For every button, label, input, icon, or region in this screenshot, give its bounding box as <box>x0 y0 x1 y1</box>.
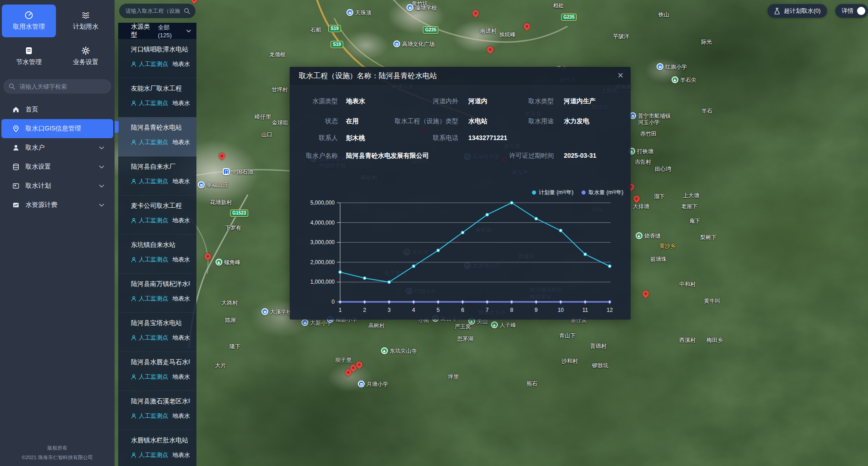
station-list-item[interactable]: 友能水厂取水工程 人工监测点 地表水 <box>118 78 196 117</box>
water-source-type: 地表水 <box>172 412 190 420</box>
map-poi-label: 月塘小学 <box>366 381 388 387</box>
map-label: 黄牛叫 <box>704 298 720 305</box>
person-icon <box>131 61 136 67</box>
station-name: 陆河县宝塔水电站 <box>131 319 190 327</box>
sidebar-search-input[interactable] <box>19 83 106 90</box>
map-poi[interactable]: 月塘小学 <box>358 381 388 387</box>
person-icon <box>131 413 136 419</box>
search-icon <box>9 83 15 90</box>
station-name: 陆河县南万镇杞洋水电站 <box>131 280 190 288</box>
collapse-panel-button[interactable] <box>115 121 119 133</box>
map-poi[interactable]: 大溪学校 <box>261 308 292 315</box>
poi-nature-icon <box>216 259 222 266</box>
station-list-item[interactable]: 河口镇唱歌潭水电站 人工监测点 地表水 <box>118 39 196 78</box>
module-label: 节水管理 <box>16 58 42 66</box>
map-label: 大片 <box>215 362 226 369</box>
poi-nature-icon <box>636 232 642 239</box>
map-poi[interactable]: 璇塘学校 <box>406 4 437 11</box>
map-poi[interactable]: 打铁塘 <box>628 148 653 155</box>
field: 水源类型地表水 <box>299 97 365 105</box>
person-icon <box>131 140 136 145</box>
map-label: 高树村 <box>368 322 385 329</box>
map-poi[interactable]: 高塘文化广场 <box>393 40 435 47</box>
over-plan-intake-button[interactable]: 超计划取水(0) <box>768 4 827 18</box>
monitor-type: 人工监测点 <box>131 99 168 107</box>
svg-text:4: 4 <box>412 307 415 313</box>
station-list-item[interactable]: 陆河县自来水厂 人工监测点 地表水 <box>118 156 196 195</box>
sidebar-item-intake-settings[interactable]: 取水设置 <box>1 157 113 176</box>
map-poi[interactable]: 幸福山庄 <box>198 181 228 188</box>
source-type-dropdown[interactable]: 全部 (125) <box>158 24 191 39</box>
svg-text:6: 6 <box>461 307 464 313</box>
field-label: 许可证过期时间 <box>487 152 554 160</box>
monitor-type-label: 人工监测点 <box>139 177 168 185</box>
field-label: 状态 <box>299 117 338 125</box>
sidebar-menu: 首页 取水口GIS信息管理 取水户 <box>0 100 115 215</box>
map-label: 石船 <box>311 27 321 34</box>
module-label: 业务设置 <box>73 58 99 66</box>
person-icon <box>131 374 136 380</box>
poi-school-icon <box>198 181 205 188</box>
module-business-settings[interactable]: 业务设置 <box>59 40 113 73</box>
road-badge: S19 <box>331 41 343 48</box>
station-list-item[interactable]: 水唇镇水栏肚水电站 人工监测点 地表水 <box>118 430 196 466</box>
sidebar-item-intake-plan[interactable]: 取水计划 <box>1 176 113 195</box>
module-water-intake-management[interactable]: 取用水管理 <box>2 5 56 37</box>
person-icon <box>131 179 136 184</box>
map-poi[interactable]: 中国石油 <box>223 168 253 175</box>
svg-text:2,000,000: 2,000,000 <box>311 259 335 266</box>
monitor-type: 人工监测点 <box>131 60 168 68</box>
field: 河道内外河道内 <box>391 97 487 105</box>
station-list-item[interactable]: 麦卡公司取水工程 人工监测点 地表水 <box>118 195 196 235</box>
map-label: 梨树下 <box>700 234 717 241</box>
water-source-type: 地表水 <box>172 177 190 185</box>
sidebar-item-water-users[interactable]: 取水户 <box>1 138 113 157</box>
map-poi[interactable]: 普宁市船埔镇 河玉小学 <box>629 112 671 126</box>
station-search-input[interactable] <box>125 7 181 15</box>
monitor-type-label: 人工监测点 <box>139 99 168 107</box>
svg-text:1: 1 <box>339 307 342 313</box>
over-plan-intake-label: 超计划取水(0) <box>784 7 821 15</box>
map-poi[interactable]: 天珠顶 <box>346 9 371 16</box>
map-poi-label: 羊石尖 <box>680 77 697 83</box>
gear-icon <box>81 46 90 55</box>
map-poi-label: 打铁塘 <box>637 148 653 155</box>
station-name: 水唇镇水栏肚水电站 <box>131 436 190 445</box>
map-label: 龙颈根 <box>269 51 286 58</box>
detail-toggle[interactable]: 详情 <box>835 4 868 18</box>
field: 许可证过期时间2025-03-31 <box>487 152 597 160</box>
copyright-line1: 版权所有 <box>0 443 115 453</box>
module-planned-water-use[interactable]: 计划用水 <box>59 5 113 37</box>
module-water-saving-management[interactable]: 节水管理 <box>2 40 56 73</box>
map-label: 中和村 <box>679 281 696 288</box>
station-list-item[interactable]: 陆河县水唇走马石水电站 人工监测点 地表水 <box>118 352 196 391</box>
station-list-item[interactable]: 陆河县南万镇杞洋水电站 人工监测点 地表水 <box>118 274 196 313</box>
close-icon[interactable]: × <box>617 70 623 80</box>
map-poi[interactable]: 人子峰 <box>491 321 516 328</box>
map-poi[interactable]: 螺角峰 <box>216 259 241 266</box>
chevron-down-icon <box>99 165 104 169</box>
sidebar-item-home[interactable]: 首页 <box>1 100 113 119</box>
field-value: 河道内 <box>468 97 487 105</box>
station-name: 陆河县自来水厂 <box>131 163 190 171</box>
station-list-item[interactable]: 东坑镇自来水站 人工监测点 地表水 <box>118 235 196 274</box>
station-list-item[interactable]: 陆河县激石溪老区水电站 人工监测点 地表水 <box>118 391 196 430</box>
station-list-container[interactable]: 水源类型 全部 (125) 河口镇唱歌潭水电站 人工监测点 <box>118 23 196 466</box>
map-label: 西溪村 <box>679 337 696 344</box>
water-source-type: 地表水 <box>172 138 190 146</box>
map-poi[interactable]: 烧香缝 <box>636 232 661 239</box>
sidebar-item-water-billing[interactable]: 水资源计费 <box>1 195 113 215</box>
map-poi[interactable]: 羊石尖 <box>672 76 697 83</box>
water-source-type: 地表水 <box>172 99 190 107</box>
station-list-item[interactable]: 陆河县青砼水电站 人工监测点 地表水 <box>118 117 196 156</box>
map-label: 老屋下 <box>681 203 697 210</box>
map-label: 花塘新村 <box>210 199 232 206</box>
water-source-type: 地表水 <box>172 373 190 381</box>
map-poi[interactable]: 东坑尖山寺 <box>381 347 417 354</box>
map-poi[interactable]: 红旗小学 <box>657 63 687 70</box>
poi-school-icon <box>657 63 663 70</box>
station-list-item[interactable]: 陆河县宝塔水电站 人工监测点 地表水 <box>118 313 196 352</box>
field-value: 地表水 <box>346 97 365 105</box>
sidebar-item-gis-info[interactable]: 取水口GIS信息管理 <box>1 119 113 138</box>
gauge-icon <box>25 11 33 20</box>
